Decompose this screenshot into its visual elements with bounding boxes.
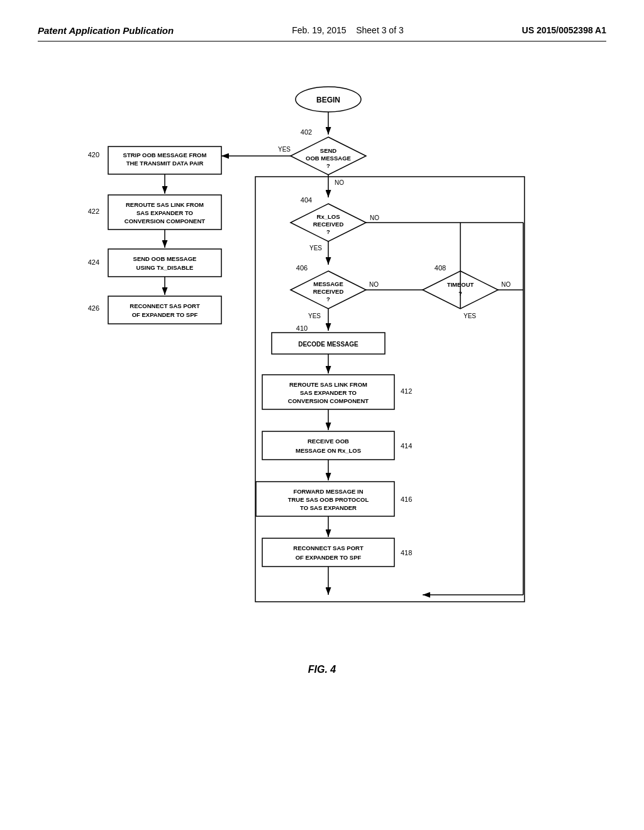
svg-text:422: 422 [88, 208, 99, 215]
page: Patent Application Publication Feb. 19, … [0, 0, 644, 830]
svg-text:NO: NO [370, 214, 379, 221]
svg-text:410: 410 [296, 324, 308, 332]
svg-marker-25 [291, 271, 366, 309]
svg-text:TO SAS EXPANDER: TO SAS EXPANDER [300, 504, 357, 511]
svg-text:SEND OOB MESSAGE: SEND OOB MESSAGE [133, 255, 197, 262]
svg-text:FORWARD MESSAGE IN: FORWARD MESSAGE IN [293, 488, 363, 495]
svg-text:BEGIN: BEGIN [316, 96, 340, 104]
svg-text:NO: NO [501, 281, 511, 288]
svg-text:OOB MESSAGE: OOB MESSAGE [306, 155, 351, 162]
svg-marker-5 [291, 137, 366, 175]
flowchart-diagram: BEGIN 402 SEND OOB MESSAGE ? YES NO [83, 79, 561, 645]
svg-text:DECODE MESSAGE: DECODE MESSAGE [298, 341, 358, 348]
svg-text:REROUTE SAS LINK FROM: REROUTE SAS LINK FROM [126, 201, 204, 208]
svg-rect-84 [108, 296, 221, 324]
svg-text:RECEIVE OOB: RECEIVE OOB [308, 438, 349, 445]
svg-text:420: 420 [88, 151, 99, 158]
diagram-container: BEGIN 402 SEND OOB MESSAGE ? YES NO [38, 79, 606, 645]
svg-text:REROUTE SAS LINK FROM: REROUTE SAS LINK FROM [289, 381, 367, 388]
svg-text:404: 404 [301, 196, 312, 204]
svg-text:426: 426 [88, 304, 99, 312]
svg-text:YES: YES [278, 146, 291, 153]
svg-text:OF EXPANDER TO SPF: OF EXPANDER TO SPF [132, 311, 198, 318]
svg-text:OF EXPANDER TO SPF: OF EXPANDER TO SPF [296, 554, 362, 561]
date-sheet: Feb. 19, 2015 Sheet 3 of 3 [292, 25, 403, 35]
page-header: Patent Application Publication Feb. 19, … [38, 25, 606, 42]
svg-text:?: ? [326, 162, 330, 169]
svg-marker-14 [291, 204, 366, 241]
svg-rect-79 [108, 249, 221, 277]
svg-text:SAS EXPANDER TO: SAS EXPANDER TO [300, 389, 357, 396]
svg-text:402: 402 [301, 128, 312, 136]
svg-text:YES: YES [309, 245, 322, 252]
svg-rect-67 [255, 177, 525, 602]
svg-text:RECONNECT SAS PORT: RECONNECT SAS PORT [130, 302, 200, 309]
svg-rect-68 [108, 147, 221, 174]
publication-title: Patent Application Publication [38, 25, 174, 36]
figure-caption: FIG. 4 [38, 664, 606, 675]
svg-text:418: 418 [401, 549, 412, 556]
svg-text:YES: YES [308, 313, 321, 319]
svg-text:?: ? [326, 228, 330, 235]
svg-text:SEND: SEND [320, 147, 337, 154]
svg-rect-73 [108, 195, 221, 230]
svg-text:RECEIVED: RECEIVED [313, 221, 344, 228]
svg-text:?: ? [326, 296, 330, 302]
svg-text:Rx_LOS: Rx_LOS [317, 213, 340, 220]
svg-rect-62 [262, 538, 394, 567]
svg-rect-56 [256, 482, 394, 516]
svg-rect-45 [262, 375, 394, 409]
svg-text:416: 416 [401, 495, 412, 503]
svg-text:USING Tx_DISABLE: USING Tx_DISABLE [136, 264, 194, 271]
svg-text:CONVERSION COMPONENT: CONVERSION COMPONENT [288, 397, 369, 404]
svg-text:SAS EXPANDER TO: SAS EXPANDER TO [136, 209, 193, 216]
svg-text:406: 406 [296, 264, 308, 272]
svg-text:YES: YES [464, 313, 476, 319]
svg-text:CONVERSION COMPONENT: CONVERSION COMPONENT [125, 218, 205, 224]
svg-point-1 [296, 87, 361, 112]
svg-rect-51 [262, 431, 394, 460]
svg-text:RECEIVED: RECEIVED [313, 288, 344, 295]
svg-text:THE TRANSMIT DATA PAIR: THE TRANSMIT DATA PAIR [126, 160, 204, 167]
svg-text:RECONNECT SAS PORT: RECONNECT SAS PORT [293, 545, 364, 551]
svg-text:NO: NO [335, 179, 344, 186]
svg-text:NO: NO [369, 281, 379, 288]
svg-text:408: 408 [435, 264, 446, 272]
svg-text:TRUE SAS OOB PROTOCOL: TRUE SAS OOB PROTOCOL [288, 496, 369, 503]
patent-number: US 2015/0052398 A1 [522, 25, 606, 35]
svg-text:424: 424 [88, 258, 99, 266]
svg-text:412: 412 [401, 387, 412, 395]
svg-text:STRIP OOB MESSAGE FROM: STRIP OOB MESSAGE FROM [123, 152, 207, 158]
svg-text:MESSAGE ON Rx_LOS: MESSAGE ON Rx_LOS [296, 447, 361, 454]
svg-text:414: 414 [401, 442, 412, 450]
svg-marker-34 [423, 271, 498, 309]
svg-text:MESSAGE: MESSAGE [313, 280, 343, 287]
svg-rect-42 [272, 333, 385, 354]
svg-text:TIMEOUT: TIMEOUT [447, 281, 474, 288]
svg-text:?: ? [458, 290, 462, 297]
